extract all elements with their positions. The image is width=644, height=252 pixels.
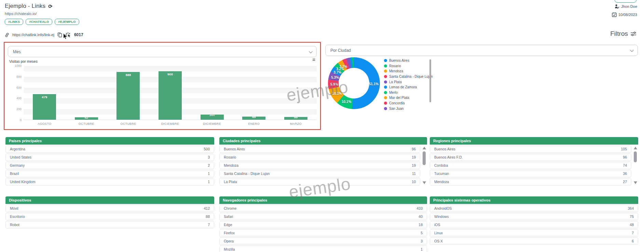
short-link-url[interactable]: https://chatlink.info/link-ej (12, 33, 54, 37)
legend-item[interactable]: Rosario (384, 63, 433, 69)
legend-label: Santa Catalina - Dique Lujan (389, 75, 433, 78)
row-value: 96 (412, 147, 416, 151)
x-tick-label: AGOSTO (24, 122, 66, 125)
legend-item[interactable]: San Juan (384, 106, 433, 111)
bar-value-label: 101 (201, 113, 224, 117)
bar: 888 (117, 72, 140, 120)
scroll-thumb[interactable] (423, 151, 426, 165)
row-value: 88 (206, 214, 210, 219)
row-label: Mendoza (434, 180, 449, 184)
user-name: Jhon Doe (621, 4, 637, 9)
table-row: La Plata10 (219, 178, 420, 186)
table-header: Países principales (5, 137, 214, 145)
regions-table: Regiones principales Buenos Aires105Buen… (430, 137, 638, 186)
row-value: 2 (208, 163, 210, 167)
bar-chart-x-axis: AGOSTOOCTUBREOCTUBREDICIEMBREDICIEMBREEN… (24, 122, 317, 125)
donut-hole (339, 68, 369, 99)
legend-dot-icon (384, 70, 387, 73)
row-label: Tucuman (434, 172, 449, 176)
legend-item[interactable]: Lomas de Zamora (384, 85, 433, 90)
x-axis-line (24, 120, 317, 120)
chart-menu-icon[interactable]: ≡ (312, 57, 315, 62)
row-value: 3 (208, 155, 210, 159)
legend-item[interactable]: Mar del Plata (384, 95, 433, 101)
bar-chart-plot: 479528889001016555 AGOSTOOCTUBREOCTUBRED… (24, 66, 317, 120)
table-row: Windows75 (430, 213, 638, 220)
y-tick-label: 400 (16, 97, 22, 100)
city-select-value: Por Ciudad (330, 48, 351, 53)
scroll-thumb[interactable] (634, 151, 637, 162)
legend-dot-icon (384, 80, 387, 84)
legend-dot-icon (384, 59, 387, 62)
row-label: Santa Catalina - Dique Lujan (224, 172, 270, 176)
visits-panel-highlight: Mes Visitas por meses ≡ 0200400600800100… (4, 42, 321, 130)
city-donut-panel: 51.1%10.1%10.1%5.9%5.3%3.7%3.2%3.2% Buen… (325, 58, 638, 113)
date-value: 10/08/2023 (618, 13, 637, 17)
row-value: 1 (208, 172, 210, 176)
legend-dot-icon (384, 96, 387, 99)
legend-item[interactable]: Merlo (384, 90, 433, 95)
row-value: 48 (630, 223, 634, 227)
table-row: Cordoba74 (430, 162, 631, 169)
row-label: Opera (224, 239, 234, 243)
slice-percent-label: 5.3% (331, 75, 339, 79)
row-value: 96 (623, 155, 627, 159)
scroll-down-icon[interactable] (634, 181, 637, 184)
row-label: La Plata (224, 180, 237, 184)
table-row: Mendoza19 (219, 162, 420, 169)
slice-percent-label: 3.2% (340, 65, 347, 69)
filters-button[interactable]: Filtros (610, 30, 636, 38)
y-tick-label: 800 (16, 75, 22, 78)
table-row: Linux7 (430, 229, 638, 237)
clicks-count: 6017 (74, 32, 83, 37)
legend-item[interactable]: Buenos Aires (384, 58, 433, 63)
city-select[interactable]: Por Ciudad (325, 45, 638, 56)
row-value: 364 (628, 206, 634, 210)
legend-dot-icon (384, 91, 387, 94)
table-row: Chrome433 (219, 205, 427, 212)
row-value: 6 (632, 239, 634, 243)
legend-item[interactable]: La Plata (384, 79, 433, 85)
table-scrollbar (633, 146, 638, 185)
mouse-cursor (63, 33, 68, 40)
page-title: Ejemplo - Links (5, 3, 45, 10)
legend-scrollbar[interactable] (429, 59, 431, 102)
x-tick-label: OCTUBRE (107, 122, 149, 125)
bar-slot: 65 (233, 66, 275, 120)
row-label: OS X (434, 239, 443, 243)
bar-value-label: 900 (159, 72, 182, 76)
legend-item[interactable]: Santa Catalina - Dique Lujan (384, 74, 433, 79)
copy-icon[interactable] (57, 32, 62, 38)
refresh-icon[interactable]: ⟳ (48, 4, 53, 9)
row-label: AndroidOS (434, 206, 452, 210)
row-label: Buenos Aires (224, 147, 245, 151)
row-value: 19 (412, 155, 416, 159)
top-right-button-fragment[interactable] (615, 0, 636, 3)
user-row: Jhon Doe (615, 4, 637, 9)
row-label: Buenos Aires F.D. (434, 155, 463, 159)
x-tick-label: ENERO (233, 122, 275, 125)
table-row: Buenos Aires96 (219, 145, 420, 153)
x-tick-label: OCTUBRE (66, 122, 108, 125)
tag-pill: #EJEMPLO (55, 19, 79, 25)
row-label: Chrome (224, 206, 236, 210)
month-select[interactable]: Mes (8, 46, 317, 57)
chevron-down-icon (630, 48, 634, 51)
legend-item[interactable]: Concordia (384, 101, 433, 106)
scroll-up-icon[interactable] (634, 147, 637, 149)
scroll-down-icon[interactable] (423, 181, 426, 184)
row-label: Firefox (224, 231, 235, 235)
table-row: Opera3 (219, 237, 427, 245)
tag-pill: #LINKS (5, 19, 23, 25)
x-tick-label: DICIEMBRE (191, 122, 233, 125)
legend-label: Lomas de Zamora (389, 85, 417, 89)
date-row: 10/08/2023 (612, 12, 637, 17)
table-row: United States3 (5, 153, 214, 161)
row-label: Cordoba (434, 163, 448, 167)
row-label: Escritorio (10, 214, 25, 219)
legend-item[interactable]: Mendoza (384, 69, 433, 74)
legend-dot-icon (384, 107, 387, 110)
scroll-up-icon[interactable] (423, 147, 426, 149)
row-value: 7 (208, 223, 210, 227)
row-label: United States (10, 155, 31, 159)
